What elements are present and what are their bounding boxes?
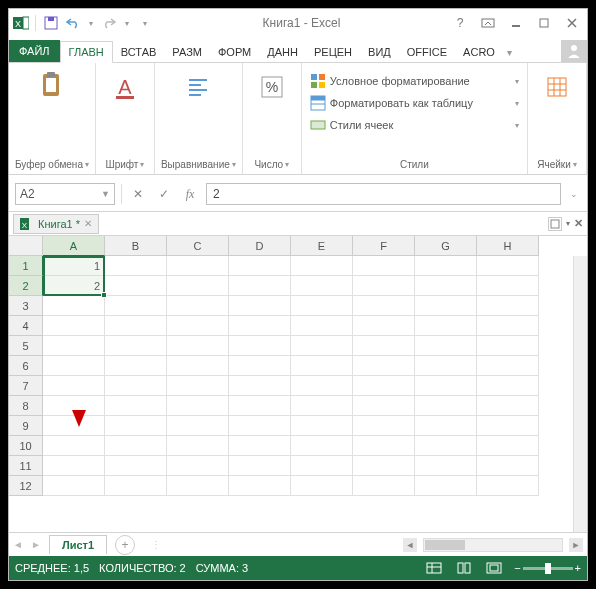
cell[interactable] [105, 376, 167, 396]
cell[interactable] [105, 456, 167, 476]
cell[interactable] [415, 276, 477, 296]
col-header-A[interactable]: A [43, 236, 105, 256]
cell[interactable] [105, 296, 167, 316]
cell[interactable] [43, 476, 105, 496]
cell[interactable] [353, 376, 415, 396]
workbook-close-icon[interactable]: ✕ [84, 218, 92, 229]
scroll-right-icon[interactable]: ► [569, 538, 583, 552]
tab-home[interactable]: ГЛАВН [60, 41, 113, 63]
row-header[interactable]: 6 [9, 356, 43, 376]
namebox-dropdown-icon[interactable]: ▼ [101, 189, 110, 199]
tab-office[interactable]: OFFICE [399, 42, 455, 62]
col-header-D[interactable]: D [229, 236, 291, 256]
tab-review[interactable]: РЕЦЕН [306, 42, 360, 62]
cell[interactable] [477, 476, 539, 496]
dropdown-icon[interactable]: ▾ [515, 121, 519, 130]
scroll-left-icon[interactable]: ◄ [403, 538, 417, 552]
cell[interactable] [229, 316, 291, 336]
cell[interactable] [167, 396, 229, 416]
row-header[interactable]: 12 [9, 476, 43, 496]
cell[interactable] [477, 336, 539, 356]
cell[interactable] [43, 396, 105, 416]
view-pagelayout-icon[interactable] [454, 560, 474, 576]
cell[interactable] [105, 336, 167, 356]
cell[interactable] [229, 356, 291, 376]
sheet-nav-next-icon[interactable]: ► [27, 536, 45, 554]
zoom-out-icon[interactable]: − [514, 562, 520, 574]
cell[interactable] [105, 396, 167, 416]
tab-data[interactable]: ДАНН [259, 42, 306, 62]
cell[interactable] [167, 376, 229, 396]
cell[interactable] [353, 316, 415, 336]
cell[interactable] [415, 396, 477, 416]
cell[interactable] [105, 476, 167, 496]
cell[interactable] [415, 476, 477, 496]
cell[interactable] [415, 256, 477, 276]
dropdown-icon[interactable]: ▾ [573, 160, 577, 169]
tab-insert[interactable]: ВСТАВ [113, 42, 165, 62]
maximize-icon[interactable] [533, 14, 555, 32]
cell[interactable] [415, 316, 477, 336]
cell[interactable] [43, 436, 105, 456]
cell[interactable] [353, 276, 415, 296]
cell[interactable] [43, 376, 105, 396]
zoom-slider[interactable]: − + [514, 562, 581, 574]
dropdown-icon[interactable]: ▾ [85, 160, 89, 169]
cell[interactable] [353, 256, 415, 276]
cell[interactable] [229, 456, 291, 476]
minimize-icon[interactable] [505, 14, 527, 32]
row-header[interactable]: 2 [9, 276, 43, 296]
tab-formulas[interactable]: ФОРМ [210, 42, 259, 62]
cell[interactable] [167, 476, 229, 496]
format-as-table-button[interactable]: Форматировать как таблицу ▾ [310, 93, 519, 113]
cancel-formula-icon[interactable]: ✕ [128, 184, 148, 204]
cell[interactable] [291, 316, 353, 336]
cell[interactable] [167, 436, 229, 456]
row-header[interactable]: 5 [9, 336, 43, 356]
tab-view[interactable]: ВИД [360, 42, 399, 62]
col-header-H[interactable]: H [477, 236, 539, 256]
cell[interactable] [291, 276, 353, 296]
cell[interactable] [353, 296, 415, 316]
cell[interactable] [105, 276, 167, 296]
fx-icon[interactable]: fx [180, 184, 200, 204]
cell[interactable] [229, 276, 291, 296]
cell[interactable] [167, 336, 229, 356]
cell[interactable] [291, 416, 353, 436]
help-icon[interactable]: ? [449, 14, 471, 32]
cell[interactable] [105, 256, 167, 276]
row-header[interactable]: 1 [9, 256, 43, 276]
view-normal-icon[interactable] [424, 560, 444, 576]
add-sheet-icon[interactable]: + [115, 535, 135, 555]
row-header[interactable]: 9 [9, 416, 43, 436]
cell[interactable]: 2 [43, 276, 105, 296]
cell[interactable] [229, 396, 291, 416]
cell[interactable] [353, 456, 415, 476]
cell[interactable] [43, 336, 105, 356]
col-header-B[interactable]: B [105, 236, 167, 256]
cell[interactable] [167, 416, 229, 436]
formula-input[interactable]: 2 [206, 183, 561, 205]
ribbon-toggle-icon[interactable] [477, 14, 499, 32]
redo-icon[interactable] [100, 14, 118, 32]
cell[interactable] [415, 416, 477, 436]
undo-dropdown-icon[interactable]: ▾ [86, 14, 96, 32]
cell[interactable] [291, 396, 353, 416]
save-icon[interactable] [42, 14, 60, 32]
cell[interactable] [229, 436, 291, 456]
cell[interactable] [477, 296, 539, 316]
cell[interactable] [43, 456, 105, 476]
cell[interactable] [229, 256, 291, 276]
cell[interactable] [415, 376, 477, 396]
select-all-corner[interactable] [9, 236, 43, 256]
sheet-split-icon[interactable]: ⋮ [147, 536, 165, 554]
cell[interactable] [229, 416, 291, 436]
paste-button[interactable] [29, 67, 75, 101]
cell[interactable] [291, 336, 353, 356]
cells-button[interactable] [534, 67, 580, 101]
row-header[interactable]: 10 [9, 436, 43, 456]
cell[interactable] [229, 476, 291, 496]
spreadsheet-grid[interactable]: A B C D E F G H 11223456789101112 [9, 236, 587, 532]
cell[interactable] [291, 376, 353, 396]
cell[interactable] [43, 296, 105, 316]
